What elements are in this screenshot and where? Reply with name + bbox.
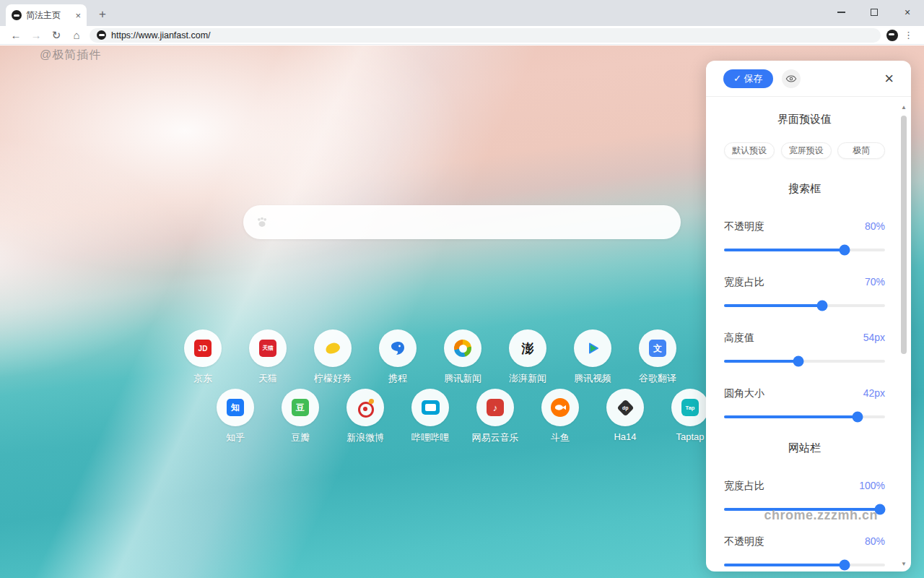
search-width-slider[interactable]	[724, 304, 885, 307]
zhihu-icon: 知	[217, 389, 254, 426]
shortcut-label: 知乎	[226, 431, 245, 444]
slider-search-opacity: 不透明度 80%	[724, 220, 885, 251]
minimize-button[interactable]	[824, 0, 858, 25]
pengpai-icon: 澎	[509, 329, 546, 367]
tab-close-icon[interactable]: ×	[75, 10, 81, 21]
shortcut-row-2: 知 知乎 豆 豆瓣 新浪微博 哔哩哔哩 ♪ 网易云音乐 斗鱼	[217, 389, 709, 444]
shortcut-label: 腾讯新闻	[444, 372, 481, 385]
save-button[interactable]: ✓ 保存	[723, 69, 773, 88]
shortcut-label: 澎湃新闻	[509, 372, 546, 385]
shortcut-label: 京东	[193, 372, 212, 385]
reload-button[interactable]: ↻	[46, 29, 66, 42]
jianfast-favicon-icon	[12, 10, 22, 20]
browser-tab[interactable]: 简法主页 ×	[6, 4, 87, 26]
menu-kebab-icon[interactable]: ⋮	[904, 30, 913, 40]
slider-label: 宽度占比	[724, 276, 764, 289]
shortcut-zhihu[interactable]: 知 知乎	[217, 389, 254, 444]
slider-label: 不透明度	[724, 535, 764, 548]
shortcut-weibo[interactable]: 新浪微博	[346, 389, 384, 444]
search-input[interactable]	[276, 216, 681, 228]
slider-value: 70%	[865, 276, 885, 289]
bilibili-tv-icon	[411, 389, 449, 426]
preset-buttons: 默认预设 宽屏预设 极简	[724, 142, 885, 159]
shortcut-bilibili[interactable]: 哔哩哔哩	[411, 389, 449, 444]
preset-minimal-button[interactable]: 极简	[837, 142, 885, 159]
scroll-down-icon[interactable]: ▼	[899, 561, 908, 567]
shortcut-google-translate[interactable]: 文 谷歌翻译	[639, 329, 676, 385]
new-tab-button[interactable]: +	[94, 6, 111, 23]
shortcut-label: Ha14	[614, 431, 636, 442]
slider-sitebar-opacity: 不透明度 80%	[724, 535, 885, 566]
plugin-watermark: @极简插件	[40, 48, 101, 63]
slider-knob[interactable]	[840, 245, 850, 256]
shortcut-tmall[interactable]: 天猫 天猫	[249, 329, 287, 385]
address-bar[interactable]: https://www.jianfast.com/	[90, 28, 881, 43]
panel-body: 界面预设值 默认预设 宽屏预设 极简 搜索框 不透明度 80% 宽度占比	[706, 113, 911, 566]
google-translate-icon: 文	[639, 329, 676, 367]
slider-label: 圆角大小	[724, 387, 764, 400]
maximize-button[interactable]	[858, 0, 891, 25]
scroll-up-icon[interactable]: ▲	[899, 104, 908, 111]
shortcut-label: 斗鱼	[551, 431, 570, 444]
slider-value: 54px	[863, 332, 885, 345]
shortcut-lemon-coupon[interactable]: 柠檬好券	[314, 329, 352, 385]
shortcut-label: 柠檬好券	[314, 372, 352, 385]
back-button[interactable]: ←	[6, 29, 26, 41]
slider-value: 100%	[859, 480, 885, 493]
maximize-icon	[871, 9, 878, 16]
shortcut-jingdong[interactable]: JD 京东	[184, 329, 222, 385]
url-text: https://www.jianfast.com/	[111, 30, 211, 40]
shortcut-ha14[interactable]: dp Ha14	[606, 389, 644, 444]
preset-default-button[interactable]: 默认预设	[724, 142, 775, 159]
scroll-thumb[interactable]	[901, 116, 907, 354]
close-window-button[interactable]: ×	[891, 0, 924, 25]
shortcut-tencent-news[interactable]: 腾讯新闻	[444, 329, 481, 385]
shortcut-tencent-video[interactable]: 腾讯视频	[574, 329, 611, 385]
shortcut-taptap[interactable]: Tap Taptap	[671, 389, 709, 444]
shortcut-pengpai-news[interactable]: 澎 澎湃新闻	[509, 329, 546, 385]
tencent-video-play-icon	[574, 329, 611, 367]
browser-toolbar: ← → ↻ ⌂ https://www.jianfast.com/ ⋮	[0, 26, 924, 45]
slider-search-radius: 圆角大小 42px	[724, 387, 885, 418]
shortcut-douyu[interactable]: 斗鱼	[541, 389, 579, 444]
sitebar-opacity-slider[interactable]	[724, 564, 885, 566]
shortcut-label: 豆瓣	[291, 431, 310, 444]
slider-knob[interactable]	[840, 560, 850, 571]
baidu-paw-icon	[255, 215, 269, 230]
slider-knob[interactable]	[853, 412, 863, 423]
zzzmh-watermark: chrome.zzzmh.cn	[764, 508, 878, 523]
shortcut-row-1: JD 京东 天猫 天猫 柠檬好券 携程 腾讯新闻 澎 澎湃新闻	[184, 329, 676, 385]
douyu-fish-icon	[541, 389, 579, 426]
search-bar[interactable]	[243, 205, 681, 239]
lemon-icon	[314, 329, 352, 367]
netease-music-icon: ♪	[476, 389, 514, 426]
shortcut-netease-music[interactable]: ♪ 网易云音乐	[476, 389, 514, 444]
panel-scrollbar[interactable]: ▲ ▼	[899, 104, 908, 567]
panel-close-icon[interactable]: ×	[884, 71, 894, 87]
ha14-tag-icon: dp	[606, 389, 644, 426]
slider-label: 宽度占比	[724, 480, 764, 493]
shortcut-ctrip[interactable]: 携程	[379, 329, 417, 385]
slider-label: 高度值	[724, 332, 754, 345]
slider-knob[interactable]	[817, 301, 828, 311]
extension-icon[interactable]	[886, 30, 898, 41]
jd-icon: JD	[184, 329, 222, 367]
window-controls: ×	[824, 0, 924, 25]
forward-button[interactable]: →	[26, 29, 46, 41]
weibo-eye-icon	[346, 389, 384, 426]
preset-widescreen-button[interactable]: 宽屏预设	[781, 142, 832, 159]
eye-icon	[785, 73, 797, 85]
taptap-icon: Tap	[671, 389, 709, 426]
searchbox-section-title: 搜索框	[724, 182, 885, 196]
slider-knob[interactable]	[793, 356, 803, 367]
slider-label: 不透明度	[724, 220, 764, 233]
shortcut-douban[interactable]: 豆 豆瓣	[282, 389, 319, 444]
minimize-icon	[837, 12, 845, 13]
home-button[interactable]: ⌂	[66, 29, 87, 41]
search-height-slider[interactable]	[724, 360, 885, 363]
preview-eye-button[interactable]	[782, 69, 801, 88]
search-opacity-slider[interactable]	[724, 249, 885, 251]
slider-search-height: 高度值 54px	[724, 332, 885, 363]
search-radius-slider[interactable]	[724, 415, 885, 418]
tencent-news-icon	[444, 329, 481, 367]
